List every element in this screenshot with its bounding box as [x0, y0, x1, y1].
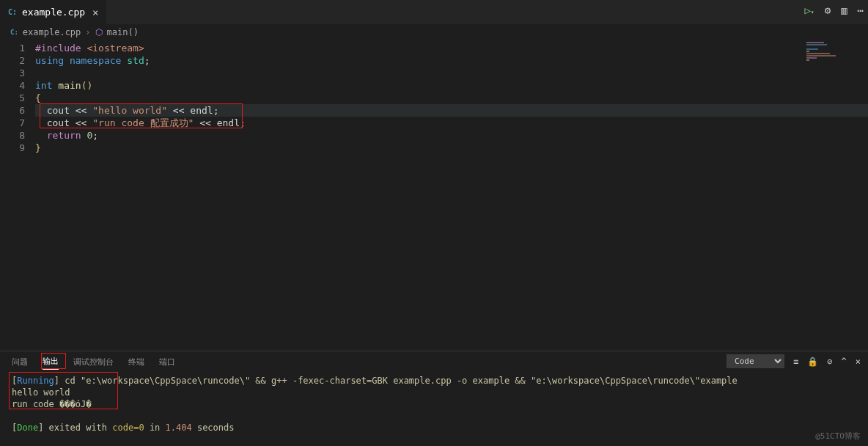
output-content[interactable]: [Running] cd "e:\workspace\CppSpace\runc…	[9, 372, 868, 436]
watermark: @51CTO博客	[815, 431, 861, 442]
method-icon: ⬡	[95, 27, 103, 37]
split-editor-icon[interactable]: ▥	[841, 4, 847, 16]
line-number-gutter: 123456789	[0, 40, 35, 348]
bottom-panel: 问题 输出 调试控制台 终端 端口 Code ≡ 🔒 ⊘ ^ × [Runnin…	[0, 351, 868, 446]
run-icon[interactable]: ▷▾	[804, 4, 814, 16]
tab-filename: example.cpp	[22, 7, 85, 18]
cpp-file-icon: C:	[10, 29, 18, 36]
editor-title-actions: ▷▾ ⚙ ▥ ⋯	[804, 4, 864, 16]
output-channel-select[interactable]: Code	[727, 354, 784, 368]
breadcrumb[interactable]: C: example.cpp › ⬡ main()	[0, 24, 868, 40]
breadcrumb-file[interactable]: example.cpp	[23, 27, 81, 37]
highlight-annotation-code	[40, 103, 243, 128]
panel-tab-debug-console[interactable]: 调试控制台	[73, 354, 114, 370]
clear-icon[interactable]: ⊘	[827, 357, 832, 367]
close-panel-icon[interactable]: ×	[856, 357, 861, 367]
code-editor[interactable]: 123456789 #include <iostream>using names…	[0, 40, 868, 348]
highlight-annotation-tab	[41, 353, 66, 369]
more-icon[interactable]: ⋯	[858, 4, 864, 16]
filter-icon[interactable]: ≡	[793, 357, 798, 367]
editor-tab-bar: C: example.cpp ×	[0, 0, 868, 24]
lock-icon[interactable]: 🔒	[807, 357, 818, 367]
cpp-file-icon: C:	[7, 7, 18, 18]
breadcrumb-symbol[interactable]: main()	[107, 27, 139, 37]
panel-tab-terminal[interactable]: 终端	[128, 354, 144, 370]
highlight-annotation-output	[9, 372, 118, 409]
minimap[interactable]	[806, 41, 865, 70]
chevron-up-icon[interactable]: ^	[842, 357, 847, 367]
panel-tab-problems[interactable]: 问题	[12, 354, 28, 370]
file-tab-example[interactable]: C: example.cpp ×	[0, 0, 106, 24]
gear-icon[interactable]: ⚙	[825, 4, 831, 16]
close-icon[interactable]: ×	[92, 7, 98, 18]
panel-tab-ports[interactable]: 端口	[159, 354, 175, 370]
code-content[interactable]: #include <iostream>using namespace std;i…	[35, 40, 868, 348]
panel-actions: Code ≡ 🔒 ⊘ ^ ×	[727, 354, 861, 368]
chevron-right-icon: ›	[85, 27, 90, 37]
